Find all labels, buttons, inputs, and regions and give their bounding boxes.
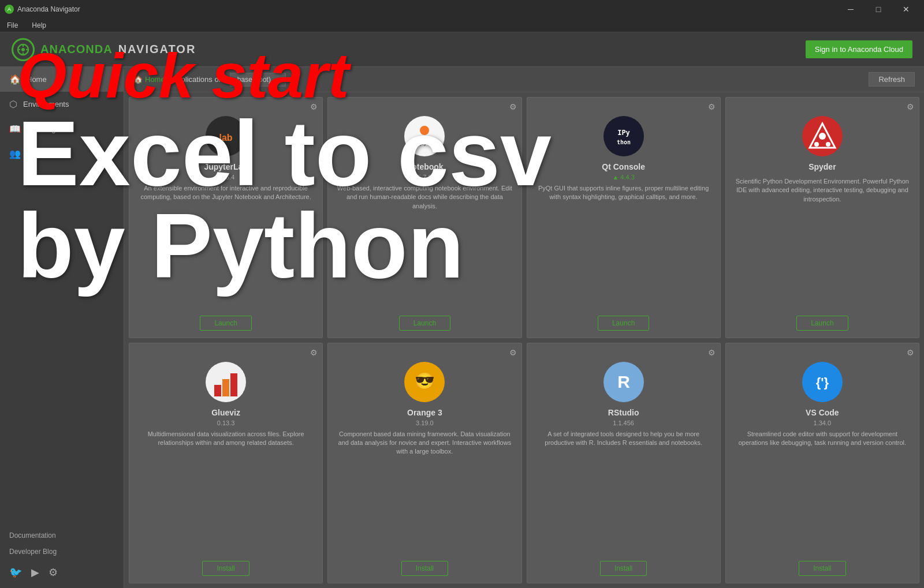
- applications-label: Applications on: [172, 75, 223, 84]
- learning-icon: 📖: [9, 123, 21, 134]
- environments-icon: ⬡: [9, 99, 17, 110]
- sidebar-item-community[interactable]: 👥 Community: [0, 141, 124, 166]
- logo-icon: [12, 38, 35, 61]
- notebook-name: Notebook: [406, 162, 444, 171]
- logo: ANACONDA NAVIGATOR: [12, 38, 196, 61]
- refresh-button[interactable]: Refresh: [869, 72, 915, 87]
- gear-icon[interactable]: ⚙: [907, 102, 914, 111]
- menubar: File Help: [0, 18, 924, 32]
- svg-text:{'}: {'}: [816, 375, 829, 389]
- main-header: ANACONDA NAVIGATOR Sign in to Anaconda C…: [0, 32, 924, 67]
- app-card-notebook: ⚙ jupyter Notebook 5.7.8 Web-based, inte…: [327, 97, 521, 338]
- gear-icon[interactable]: ⚙: [509, 102, 517, 111]
- jupyterlab-name: JupyterLab: [204, 162, 247, 171]
- orange-icon: 😎: [404, 362, 445, 402]
- gear-icon[interactable]: ⚙: [907, 348, 914, 357]
- gear-icon[interactable]: ⚙: [509, 348, 517, 357]
- notebook-version: 5.7.8: [418, 174, 431, 181]
- vscode-install-button[interactable]: Install: [799, 561, 845, 576]
- svg-text:R: R: [617, 372, 630, 391]
- menu-file[interactable]: File: [5, 20, 20, 31]
- gear-icon[interactable]: ⚙: [708, 102, 716, 111]
- app-card-vscode: ⚙ {'} VS Code 1.34.0 Streamlined code ed…: [725, 343, 919, 584]
- glueviz-version: 0.13.3: [217, 420, 235, 426]
- gear-icon[interactable]: ⚙: [708, 348, 716, 357]
- svg-rect-20: [214, 385, 221, 396]
- glueviz-install-button[interactable]: Install: [202, 561, 249, 576]
- orange-version: 3.19.0: [416, 420, 434, 426]
- orange-install-button[interactable]: Install: [401, 561, 448, 576]
- app-card-glueviz: ⚙ Glueviz 0.13.3 Multidimensional data v…: [129, 343, 323, 584]
- glueviz-icon: [206, 362, 246, 402]
- home-icon: 🏠: [9, 74, 21, 85]
- community-icon: 👥: [9, 148, 21, 159]
- orange-name: Orange 3: [407, 408, 442, 417]
- sign-in-button[interactable]: Sign in to Anaconda Cloud: [806, 40, 912, 58]
- vscode-icon: {'}: [802, 362, 843, 402]
- jupyterlab-version: 0.35.4: [217, 174, 235, 181]
- sidebar-bottom: Documentation Developer Blog 🐦 ▶ ⚙: [0, 525, 124, 588]
- jupyterlab-launch-button[interactable]: Launch: [200, 316, 251, 331]
- jupyterlab-desc: An extensible environment for interactiv…: [136, 184, 315, 310]
- home-breadcrumb[interactable]: 🏠 Home: [133, 75, 165, 84]
- qtconsole-desc: PyQt GUI that supports inline figures, p…: [534, 184, 713, 310]
- gear-icon[interactable]: ⚙: [310, 348, 318, 357]
- qtconsole-icon: IPy thon: [603, 116, 644, 156]
- vscode-version: 1.34.0: [814, 420, 832, 426]
- window-title: Anaconda Navigator: [17, 5, 80, 13]
- spyder-launch-button[interactable]: Launch: [796, 316, 848, 331]
- filter-bar: 🏠 Home Applications on base (root) ▾ Ref…: [124, 67, 924, 92]
- rstudio-name: RStudio: [608, 408, 639, 417]
- social-links: 🐦 ▶ ⚙: [9, 561, 114, 583]
- svg-rect-22: [230, 373, 237, 396]
- app-card-jupyterlab: ⚙ lab JupyterLab 0.35.4 An extensible en…: [129, 97, 323, 338]
- svg-point-9: [420, 126, 429, 135]
- maximize-button[interactable]: □: [865, 0, 892, 18]
- svg-point-18: [826, 142, 830, 147]
- svg-point-17: [814, 142, 819, 147]
- gear-icon[interactable]: ⚙: [310, 102, 318, 111]
- app-icon: A: [5, 5, 14, 14]
- window-controls: ─ □ ✕: [837, 0, 919, 18]
- content-area: 🏠 Home Applications on base (root) ▾ Ref…: [124, 67, 924, 588]
- sidebar-item-home[interactable]: 🏠 Home: [0, 67, 124, 92]
- rstudio-install-button[interactable]: Install: [600, 561, 647, 576]
- notebook-launch-button[interactable]: Launch: [399, 316, 450, 331]
- svg-text:lab: lab: [219, 133, 233, 143]
- sidebar-community-label: Community: [27, 149, 65, 158]
- svg-text:jupyter: jupyter: [413, 139, 435, 146]
- environment-select[interactable]: base (root): [230, 73, 286, 87]
- rstudio-icon: R: [603, 362, 644, 402]
- close-button[interactable]: ✕: [893, 0, 919, 18]
- logo-nav-text: NAVIGATOR: [118, 43, 196, 56]
- spyder-name: Spyder: [808, 162, 836, 171]
- github-icon[interactable]: ⚙: [49, 566, 58, 579]
- sidebar-home-label: Home: [27, 75, 47, 84]
- glueviz-name: Glueviz: [211, 408, 240, 417]
- svg-rect-21: [222, 379, 229, 396]
- youtube-icon[interactable]: ▶: [31, 566, 39, 579]
- channel-label: ▾: [293, 75, 297, 84]
- titlebar: A Anaconda Navigator ─ □ ✕: [0, 0, 924, 18]
- menu-help[interactable]: Help: [29, 20, 49, 31]
- spyder-icon: [802, 116, 843, 156]
- jupyterlab-icon: lab: [206, 116, 246, 156]
- minimize-button[interactable]: ─: [837, 0, 864, 18]
- sidebar-item-learning[interactable]: 📖 Learning: [0, 117, 124, 141]
- titlebar-left: A Anaconda Navigator: [5, 5, 80, 14]
- sidebar-item-environments[interactable]: ⬡ Environments: [0, 92, 124, 117]
- glueviz-desc: Multidimensional data visualization acro…: [136, 430, 315, 556]
- qtconsole-version: ▲ 4.4.3: [612, 174, 634, 181]
- vscode-desc: Streamlined code editor with support for…: [733, 430, 912, 556]
- developer-blog-link[interactable]: Developer Blog: [9, 545, 114, 558]
- twitter-icon[interactable]: 🐦: [9, 566, 22, 579]
- svg-point-16: [819, 133, 826, 140]
- documentation-link[interactable]: Documentation: [9, 529, 114, 542]
- svg-point-8: [408, 120, 441, 152]
- notebook-desc: Web-based, interactive computing noteboo…: [335, 184, 514, 310]
- app-card-spyder: ⚙ Spyder Scientific Python Development E…: [725, 97, 919, 338]
- app-card-qtconsole: ⚙ IPy thon Qt Console ▲ 4.4.3 PyQt GUI t…: [527, 97, 721, 338]
- app-card-orange: ⚙ 😎 Orange 3 3.19.0 Component based data…: [327, 343, 521, 584]
- qtconsole-launch-button[interactable]: Launch: [598, 316, 649, 331]
- svg-text:😎: 😎: [415, 372, 435, 391]
